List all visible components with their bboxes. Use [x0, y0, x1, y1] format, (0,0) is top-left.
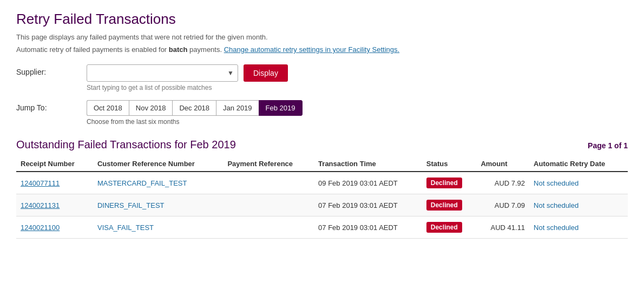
table-col-0: Receipt Number — [16, 156, 93, 172]
retry-date: Not scheduled — [529, 216, 628, 239]
status-badge: Declined — [422, 216, 477, 239]
retry-date: Not scheduled — [529, 172, 628, 194]
customer-ref: MASTERCARD_FAIL_TEST — [93, 172, 223, 194]
table-row: 1240021131DINERS_FAIL_TEST07 Feb 2019 03… — [16, 194, 628, 216]
section-header: Outstanding Failed Transactions for Feb … — [16, 139, 628, 151]
declined-badge: Declined — [426, 222, 462, 233]
auto-retry-text-after: payments. — [187, 45, 222, 54]
auto-retry-text-before: Automatic retry of failed payments is en… — [16, 45, 169, 54]
transaction-time: 09 Feb 2019 03:01 AEDT — [314, 172, 422, 194]
transactions-table: Receipt NumberCustomer Reference NumberP… — [16, 156, 628, 239]
month-button-oct-2018[interactable]: Oct 2018 — [87, 100, 129, 116]
receipt-number[interactable]: 1240021131 — [16, 194, 93, 216]
receipt-link[interactable]: 1240021131 — [21, 201, 60, 209]
transaction-time: 07 Feb 2019 03:01 AEDT — [314, 216, 422, 239]
not-scheduled-label: Not scheduled — [534, 201, 579, 209]
declined-badge: Declined — [426, 178, 462, 188]
status-badge: Declined — [422, 172, 477, 194]
receipt-number[interactable]: 1240077111 — [16, 172, 93, 194]
jump-to-form-wrap: Oct 2018Nov 2018Dec 2018Jan 2019Feb 2019… — [87, 100, 303, 126]
table-row: 1240021100VISA_FAIL_TEST07 Feb 2019 03:0… — [16, 216, 628, 239]
month-button-jan-2019[interactable]: Jan 2019 — [216, 100, 259, 116]
section-title: Outstanding Failed Transactions for Feb … — [16, 139, 236, 151]
table-col-2: Payment Reference — [223, 156, 314, 172]
table-row: 1240077111MASTERCARD_FAIL_TEST09 Feb 201… — [16, 172, 628, 194]
table-header-row: Receipt NumberCustomer Reference NumberP… — [16, 156, 628, 172]
ref-number-label: DINERS_FAIL_TEST — [97, 201, 165, 209]
ref-number-label: VISA_FAIL_TEST — [97, 224, 154, 232]
table-header: Receipt NumberCustomer Reference NumberP… — [16, 156, 628, 172]
supplier-label: Supplier: — [16, 64, 87, 76]
payment-ref — [223, 216, 314, 239]
supplier-hint: Start typing to get a list of possible m… — [87, 84, 288, 91]
auto-retry-info: Automatic retry of failed payments is en… — [16, 45, 628, 54]
display-button[interactable]: Display — [244, 64, 288, 82]
amount: AUD 7.92 — [476, 172, 529, 194]
table-col-4: Status — [422, 156, 477, 172]
declined-badge: Declined — [426, 200, 462, 211]
jump-to-row: Jump To: Oct 2018Nov 2018Dec 2018Jan 201… — [16, 100, 628, 126]
supplier-select[interactable] — [87, 64, 238, 82]
facility-settings-link[interactable]: Change automatic retry settings in your … — [224, 45, 399, 54]
payment-ref — [223, 194, 314, 216]
amount: AUD 7.09 — [476, 194, 529, 216]
payment-ref — [223, 172, 314, 194]
table-col-5: Amount — [476, 156, 529, 172]
table-col-1: Customer Reference Number — [93, 156, 223, 172]
receipt-link[interactable]: 1240077111 — [21, 179, 60, 187]
auto-retry-bold: batch — [169, 45, 188, 54]
supplier-row: Supplier: ▼ Display Start typing to get … — [16, 64, 628, 91]
page-title: Retry Failed Transactions — [16, 11, 628, 28]
ref-number-label: MASTERCARD_FAIL_TEST — [97, 179, 187, 187]
customer-ref: VISA_FAIL_TEST — [93, 216, 223, 239]
page-info: Page 1 of 1 — [588, 141, 628, 150]
subtitle: This page displays any failed payments t… — [16, 33, 628, 41]
receipt-number[interactable]: 1240021100 — [16, 216, 93, 239]
month-button-nov-2018[interactable]: Nov 2018 — [129, 100, 173, 116]
customer-ref: DINERS_FAIL_TEST — [93, 194, 223, 216]
transaction-time: 07 Feb 2019 03:01 AEDT — [314, 194, 422, 216]
table-col-6: Automatic Retry Date — [529, 156, 628, 172]
supplier-select-group: ▼ Display — [87, 64, 288, 82]
receipt-link[interactable]: 1240021100 — [21, 224, 60, 232]
amount: AUD 41.11 — [476, 216, 529, 239]
jump-to-label: Jump To: — [16, 100, 87, 112]
month-buttons: Oct 2018Nov 2018Dec 2018Jan 2019Feb 2019 — [87, 100, 303, 116]
month-button-feb-2019[interactable]: Feb 2019 — [259, 100, 303, 116]
table-body: 1240077111MASTERCARD_FAIL_TEST09 Feb 201… — [16, 172, 628, 239]
table-col-3: Transaction Time — [314, 156, 422, 172]
supplier-form-wrap: ▼ Display Start typing to get a list of … — [87, 64, 288, 91]
month-button-dec-2018[interactable]: Dec 2018 — [172, 100, 216, 116]
status-badge: Declined — [422, 194, 477, 216]
month-hint: Choose from the last six months — [87, 118, 303, 126]
retry-date: Not scheduled — [529, 194, 628, 216]
supplier-select-wrapper: ▼ — [87, 64, 238, 82]
not-scheduled-label: Not scheduled — [534, 179, 579, 187]
not-scheduled-label: Not scheduled — [534, 224, 579, 232]
